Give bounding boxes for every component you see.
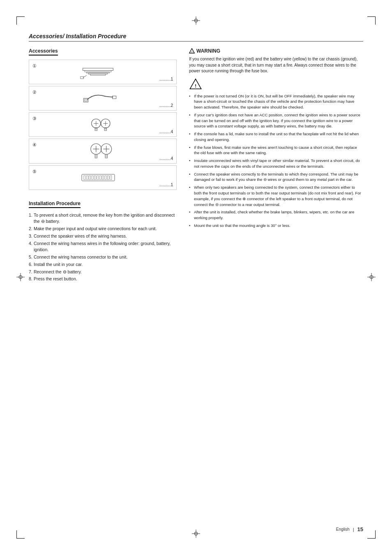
warning-bullet-8: After the unit is installed, check wheth… — [189, 209, 363, 221]
footer-language: English — [336, 527, 350, 532]
warning-bullet-9: Mount the unit so that the mounting angl… — [189, 223, 363, 229]
caution-triangle-icon: ! — [189, 78, 202, 91]
svg-text:!: ! — [191, 50, 192, 53]
acc-number-2: ② — [32, 89, 41, 95]
crosshair-top — [192, 16, 200, 25]
two-column-layout: Accessories ① — [29, 48, 363, 283]
left-column: Accessories ① — [29, 48, 177, 283]
caution-icon-area: ! — [189, 78, 363, 91]
acc-image-3 — [41, 115, 159, 134]
acc-count-1: ..........1 — [159, 77, 173, 81]
acc-image-2 — [41, 89, 159, 108]
acc-count-3: ..........4 — [159, 130, 173, 134]
warning-bullet-7: When only two speakers are being connect… — [189, 185, 363, 207]
right-column: ! WARNING If you connect the ignition wi… — [189, 48, 363, 283]
svg-rect-56 — [92, 176, 93, 180]
acc-svg-screw-large — [75, 141, 125, 160]
svg-rect-20 — [84, 99, 87, 102]
acc-svg-antenna — [75, 62, 125, 81]
svg-rect-52 — [82, 174, 115, 181]
svg-rect-13 — [85, 70, 111, 72]
footer-divider: | — [353, 527, 354, 532]
corner-mark-tr — [363, 16, 376, 29]
warning-bullet-1: If the power is not turned ON (or it is … — [189, 93, 363, 110]
acc-image-1 — [41, 62, 159, 81]
warning-section: ! WARNING If you connect the ignition wi… — [189, 48, 363, 229]
accessory-item-1: ① — [29, 60, 177, 84]
installation-section: Installation Procedure To prevent a shor… — [29, 201, 177, 283]
svg-rect-63 — [110, 176, 112, 180]
acc-image-4 — [41, 141, 159, 160]
crosshair-left — [16, 273, 25, 282]
svg-rect-55 — [89, 176, 91, 180]
acc-number-5: ⑤ — [32, 168, 41, 174]
svg-rect-60 — [102, 176, 104, 180]
install-step-2: Make the proper input and output wire co… — [29, 226, 177, 232]
accessories-title: Accessories — [29, 48, 58, 56]
install-step-3: Connect the speaker wires of the wiring … — [29, 233, 177, 240]
install-step-1: To prevent a short circuit, remove the k… — [29, 212, 177, 225]
warning-title: ! WARNING — [189, 48, 363, 54]
page-footer: English | 15 — [336, 526, 363, 532]
page-title: Accessories/ Installation Procedure — [29, 33, 126, 39]
acc-count-4: ..........4 — [159, 156, 173, 161]
accessory-item-3: ③ — [29, 112, 177, 137]
warning-bullet-6: Connect the speaker wires correctly to t… — [189, 171, 363, 183]
acc-svg-cable — [75, 89, 125, 108]
svg-rect-47 — [105, 155, 108, 158]
warning-bullet-3: If the console has a lid, make sure to i… — [189, 131, 363, 143]
warning-bullet-4: If the fuse blows, first make sure the w… — [189, 145, 363, 156]
accessories-section: Accessories ① — [29, 48, 177, 192]
installation-list: To prevent a short circuit, remove the k… — [29, 212, 177, 283]
warning-main-text: If you connect the ignition wire (red) a… — [189, 56, 363, 74]
installation-title: Installation Procedure — [29, 201, 81, 208]
page-header: Accessories/ Installation Procedure — [29, 33, 363, 42]
warning-bullet-5: Insulate unconnected wires with vinyl ta… — [189, 158, 363, 169]
warning-label: WARNING — [196, 48, 220, 54]
svg-rect-12 — [83, 68, 113, 71]
svg-rect-39 — [95, 155, 97, 158]
acc-number-4: ④ — [32, 141, 41, 148]
crosshair-right — [367, 273, 376, 282]
install-step-5: Connect the wiring harness connector to … — [29, 254, 177, 261]
footer-page-number: 15 — [357, 526, 363, 532]
warning-triangle-icon: ! — [189, 48, 195, 54]
corner-mark-bl — [16, 526, 29, 539]
acc-number-3: ③ — [32, 115, 41, 121]
warning-bullet-2: If your car's ignition does not have an … — [189, 112, 363, 129]
svg-rect-16 — [90, 74, 106, 76]
acc-svg-connector — [75, 169, 125, 186]
accessory-item-4: ④ — [29, 139, 177, 163]
acc-svg-screw-small — [75, 115, 125, 134]
svg-rect-15 — [89, 73, 108, 74]
svg-rect-58 — [97, 176, 99, 180]
install-step-8: Press the reset button. — [29, 276, 177, 282]
corner-mark-tl — [16, 16, 29, 29]
svg-rect-57 — [95, 176, 96, 180]
warning-bullets: If the power is not turned ON (or it is … — [189, 93, 363, 229]
page-content: Accessories/ Installation Procedure Acce… — [29, 33, 363, 522]
crosshair-bottom — [192, 530, 200, 539]
svg-rect-54 — [87, 176, 88, 180]
accessory-item-2: ② ..........2 — [29, 86, 177, 111]
corner-mark-br — [363, 526, 376, 539]
svg-text:!: ! — [195, 83, 196, 88]
install-step-6: Install the unit in your car. — [29, 261, 177, 268]
svg-rect-14 — [87, 72, 109, 73]
svg-rect-62 — [108, 176, 109, 180]
acc-number-1: ① — [32, 62, 41, 69]
acc-count-2: ..........2 — [159, 103, 173, 108]
acc-image-5 — [41, 169, 159, 186]
svg-rect-59 — [100, 176, 101, 180]
accessories-list: ① — [29, 60, 177, 192]
install-step-4: Connect the wiring harness wires in the … — [29, 240, 177, 254]
install-step-7: Reconnect the ⊖ battery. — [29, 269, 177, 275]
svg-rect-53 — [84, 176, 85, 180]
acc-count-5: ..........1 — [159, 183, 173, 187]
svg-rect-61 — [105, 176, 106, 180]
accessory-item-5: ⑤ — [29, 165, 177, 190]
